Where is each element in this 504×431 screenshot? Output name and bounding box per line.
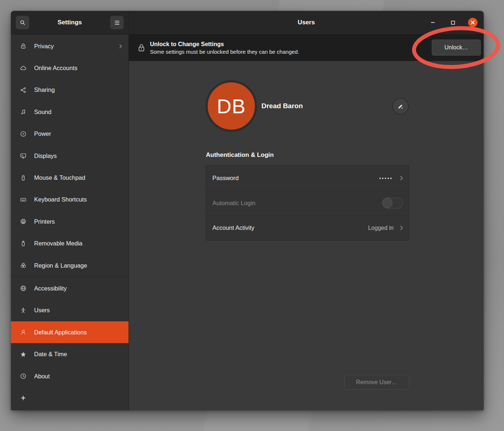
sidebar-item-label: Keyboard Shortcuts — [34, 196, 122, 203]
sidebar-item-keyboard-shortcuts[interactable]: Keyboard Shortcuts — [11, 189, 129, 211]
banner-title: Unlock to Change Settings — [150, 41, 299, 48]
auth-listbox: Password ••••• Automatic Login Account A… — [206, 165, 409, 241]
display-icon — [20, 153, 27, 159]
account-activity-value: Logged in — [368, 225, 394, 231]
sidebar-item-about[interactable] — [11, 387, 129, 409]
app-title: Settings — [57, 19, 82, 26]
sidebar-item-mouse-touchpad[interactable]: Mouse & Touchpad — [11, 167, 129, 188]
sidebar-item-label: Accessibility — [34, 285, 122, 292]
cloud-icon — [20, 65, 27, 72]
desktop-background: Settings Users — [0, 0, 504, 431]
star-icon — [20, 351, 27, 358]
account-activity-row[interactable]: Account Activity Logged in — [206, 215, 409, 240]
maximize-icon — [451, 20, 455, 25]
password-dots: ••••• — [379, 175, 393, 181]
titlebar[interactable]: Users — [129, 11, 484, 34]
printer-icon — [20, 218, 27, 225]
automatic-login-toggle[interactable] — [382, 198, 403, 208]
minimize-icon — [431, 22, 435, 23]
avatar[interactable]: DB — [206, 80, 257, 132]
sidebar-item-label: Sound — [34, 109, 122, 115]
sidebar-item-label: Removable Media — [34, 240, 122, 247]
user-full-name: Dread Baron — [261, 102, 303, 110]
chevron-right-icon — [400, 225, 403, 231]
sidebar-item-users[interactable]: Default Applications — [11, 321, 129, 343]
banner-subtitle: Some settings must be unlocked before th… — [150, 49, 299, 55]
usb-drive-icon — [20, 240, 27, 247]
padlock-icon — [138, 43, 145, 53]
chevron-right-icon — [119, 44, 122, 49]
unlock-banner: Unlock to Change Settings Some settings … — [129, 34, 484, 61]
clock-icon — [20, 373, 27, 379]
sidebar-nav: Privacy Online Accounts Sharing — [11, 34, 129, 410]
users-panel: Unlock to Change Settings Some settings … — [129, 34, 484, 410]
sidebar-item-label: Users — [34, 307, 122, 314]
sidebar-item-privacy[interactable]: Privacy — [11, 35, 129, 57]
maximize-button[interactable] — [448, 18, 458, 27]
sidebar-item-label: Region & Language — [34, 262, 122, 269]
pencil-icon — [397, 103, 404, 110]
password-row[interactable]: Password ••••• — [206, 166, 409, 191]
avatar-initials: DB — [217, 94, 246, 118]
accessibility-icon — [20, 307, 27, 314]
sidebar-item-label: Privacy — [34, 43, 111, 50]
keyboard-icon — [20, 196, 27, 203]
sidebar-item-default-applications[interactable]: Date & Time — [11, 343, 129, 365]
close-icon — [471, 20, 475, 25]
sidebar-separator — [11, 277, 129, 277]
sidebar-header: Settings — [11, 11, 129, 34]
sidebar-item-displays[interactable]: Displays — [11, 145, 129, 167]
sidebar-item-label: Mouse & Touchpad — [34, 174, 122, 181]
user-content: DB Dread Baron Authentication & Login Pa… — [129, 61, 484, 410]
lock-icon — [20, 43, 27, 49]
users-icon — [20, 329, 27, 336]
sidebar-item-label: Printers — [34, 218, 122, 225]
edit-name-button[interactable] — [392, 98, 409, 115]
settings-window: Settings Users — [11, 11, 484, 410]
sidebar-item-sharing[interactable]: Sharing — [11, 79, 129, 101]
sidebar-item-color[interactable]: Region & Language — [11, 255, 129, 276]
sidebar-item-power[interactable]: Power — [11, 123, 129, 145]
globe-icon — [20, 285, 27, 292]
menu-button[interactable] — [110, 16, 124, 29]
search-icon — [20, 20, 26, 26]
sidebar-item-label: About — [34, 373, 122, 380]
sidebar-item-label: Online Accounts — [34, 65, 122, 72]
sidebar-item-label: Default Applications — [34, 329, 122, 336]
minimize-button[interactable] — [428, 18, 438, 27]
sidebar-item-label: Displays — [34, 153, 122, 159]
sidebar-item-printers[interactable]: Printers — [11, 211, 129, 232]
toggle-knob — [382, 198, 393, 208]
sidebar-item-date-time[interactable]: About — [11, 365, 129, 387]
share-icon — [20, 87, 27, 93]
automatic-login-label: Automatic Login — [212, 200, 382, 207]
sidebar-item-sound[interactable]: Sound — [11, 101, 129, 123]
chevron-right-icon — [400, 175, 403, 181]
sparkle-icon — [20, 395, 27, 401]
sidebar-item-region-language[interactable]: Accessibility — [11, 277, 129, 299]
account-activity-label: Account Activity — [212, 224, 368, 231]
password-label: Password — [212, 175, 379, 182]
sidebar-item-label: Power — [34, 130, 122, 137]
music-note-icon — [20, 109, 27, 115]
remove-user-button[interactable]: Remove User… — [344, 375, 409, 390]
automatic-login-row: Automatic Login — [206, 191, 409, 216]
auth-section-heading: Authentication & Login — [206, 151, 274, 159]
hamburger-icon — [114, 20, 120, 25]
sidebar-item-accessibility[interactable]: Users — [11, 300, 129, 321]
color-profiles-icon — [20, 262, 27, 269]
close-button[interactable] — [468, 18, 477, 27]
sidebar-item-online-accounts[interactable]: Online Accounts — [11, 57, 129, 79]
sidebar-item-label: Sharing — [34, 86, 122, 93]
search-button[interactable] — [16, 16, 29, 29]
sidebar-item-label: Date & Time — [34, 351, 122, 358]
power-icon — [20, 131, 27, 137]
mouse-icon — [20, 175, 27, 181]
unlock-button[interactable]: Unlock… — [432, 40, 481, 56]
sidebar-item-removable-media[interactable]: Removable Media — [11, 233, 129, 255]
